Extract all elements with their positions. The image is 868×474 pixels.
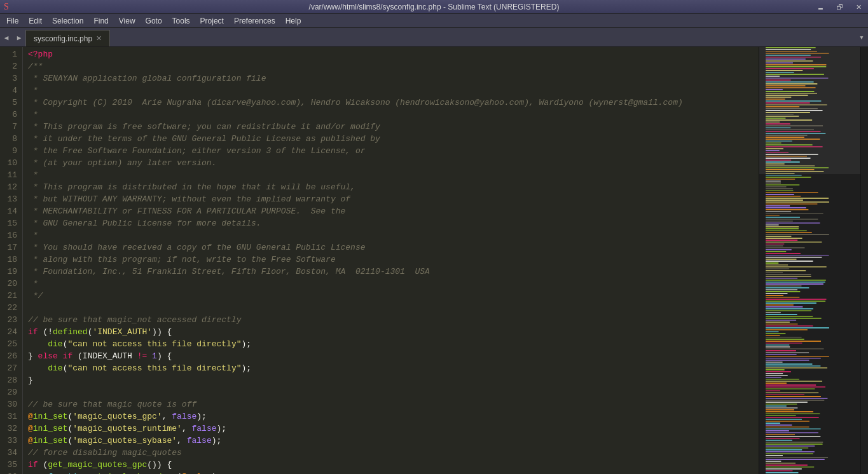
code-line: if (get_magic_quotes_gpc()) { — [28, 459, 754, 471]
line-num: 17 — [5, 241, 17, 254]
minimap[interactable] — [759, 47, 860, 474]
menu-project[interactable]: Project — [195, 14, 229, 28]
code-line: // be sure that magic quote is off — [28, 398, 754, 410]
code-line: * it under the terms of the GNU General … — [28, 133, 754, 145]
tab-label: sysconfig.inc.php — [34, 34, 92, 43]
menu-selection[interactable]: Selection — [47, 14, 88, 28]
code-line: * MERCHANTABILITY or FITNESS FOR A PARTI… — [28, 205, 754, 217]
line-num: 18 — [5, 254, 17, 266]
line-num: 31 — [5, 410, 17, 423]
menu-preferences[interactable]: Preferences — [229, 14, 280, 28]
line-num: 32 — [5, 423, 17, 435]
line-num: 14 — [5, 205, 17, 217]
line-num: 19 — [5, 266, 17, 278]
line-num: 8 — [5, 133, 17, 145]
code-line: if (!defined('INDEX_AUTH')) { — [28, 326, 754, 338]
line-num: 25 — [5, 338, 17, 350]
code-line: } — [28, 374, 754, 386]
code-line: <?php — [28, 48, 754, 60]
line-num: 13 — [5, 193, 17, 205]
line-num: 1 — [5, 48, 17, 60]
code-line: * the Free Software Foundation; either v… — [28, 145, 754, 157]
code-line: // force disabling magic_quotes — [28, 447, 754, 459]
close-button[interactable]: ✕ — [849, 0, 868, 14]
window-title: /var/www/html/slims8/sysconfig.inc.php -… — [309, 3, 560, 11]
line-numbers: 1 2 3 4 5 6 7 8 9 10 11 12 13 14 15 16 1… — [0, 47, 23, 474]
code-line: * This program is free software; you can… — [28, 121, 754, 133]
tab-close-icon[interactable]: ✕ — [96, 34, 102, 43]
tab-nav-right[interactable]: ▶ — [13, 28, 25, 47]
line-num: 9 — [5, 145, 17, 157]
line-num: 16 — [5, 229, 17, 241]
code-line: // be sure that magic_not accessed direc… — [28, 314, 754, 326]
line-num: 21 — [5, 290, 17, 302]
line-num: 10 — [5, 157, 17, 169]
title-bar: S /var/www/html/slims8/sysconfig.inc.php… — [0, 0, 868, 14]
code-line: */ — [28, 290, 754, 302]
code-line: * — [28, 278, 754, 290]
code-line: * but WITHOUT ANY WARRANTY; without even… — [28, 193, 754, 205]
code-line: function stripslashes_deep($value) — [28, 471, 754, 474]
code-editor[interactable]: <?php /** * SENAYAN application global c… — [23, 47, 759, 474]
tab-nav-left[interactable]: ◀ — [0, 28, 13, 47]
code-line: /** — [28, 60, 754, 72]
menu-help[interactable]: Help — [280, 14, 307, 28]
code-line: @ini_set('magic_quotes_gpc', false); — [28, 410, 754, 423]
line-num: 12 — [5, 181, 17, 193]
line-num: 7 — [5, 121, 17, 133]
code-line: * Foundation, Inc., 51 Franklin Street, … — [28, 266, 754, 278]
code-line: * — [28, 85, 754, 97]
menu-file[interactable]: File — [1, 14, 24, 28]
menu-goto[interactable]: Goto — [141, 14, 167, 28]
menu-tools[interactable]: Tools — [167, 14, 195, 28]
minimap-canvas — [759, 47, 860, 474]
menu-edit[interactable]: Edit — [24, 14, 47, 28]
line-num: 15 — [5, 217, 17, 229]
line-num: 2 — [5, 60, 17, 72]
minimize-button[interactable]: 🗕 — [811, 0, 830, 14]
code-line: * (at your option) any later version. — [28, 157, 754, 169]
line-num: 30 — [5, 398, 17, 410]
menu-view[interactable]: View — [114, 14, 141, 28]
menu-bar: File Edit Selection Find View Goto Tools… — [0, 14, 868, 28]
line-num: 27 — [5, 362, 17, 374]
code-line: * — [28, 229, 754, 241]
code-line: * — [28, 169, 754, 181]
code-line: * — [28, 109, 754, 121]
line-num: 22 — [5, 302, 17, 314]
line-num: 4 — [5, 85, 17, 97]
app-icon: S — [4, 2, 14, 12]
code-line — [28, 386, 754, 398]
line-num: 28 — [5, 374, 17, 386]
line-num: 6 — [5, 109, 17, 121]
code-line — [28, 302, 754, 314]
tab-dropdown[interactable]: ▾ — [855, 28, 868, 47]
vertical-scrollbar[interactable] — [860, 47, 868, 474]
line-num: 3 — [5, 72, 17, 85]
code-line: * SENAYAN application global configurati… — [28, 72, 754, 85]
restore-button[interactable]: 🗗 — [830, 0, 849, 14]
line-num: 26 — [5, 350, 17, 362]
code-line: * This program is distributed in the hop… — [28, 181, 754, 193]
line-num: 24 — [5, 326, 17, 338]
editor-container: 1 2 3 4 5 6 7 8 9 10 11 12 13 14 15 16 1… — [0, 47, 868, 474]
line-num: 35 — [5, 459, 17, 471]
line-num: 20 — [5, 278, 17, 290]
code-line: @ini_set('magic_quotes_runtime', false); — [28, 423, 754, 435]
tab-bar: ◀ ▶ sysconfig.inc.php ✕ ▾ — [0, 28, 868, 47]
line-num: 29 — [5, 386, 17, 398]
code-line: } else if (INDEX_AUTH != 1) { — [28, 350, 754, 362]
menu-find[interactable]: Find — [88, 14, 113, 28]
code-line: * You should have received a copy of the… — [28, 241, 754, 254]
code-line: die("can not access this file directly")… — [28, 362, 754, 374]
line-num: 5 — [5, 97, 17, 109]
line-num: 23 — [5, 314, 17, 326]
line-num: 34 — [5, 447, 17, 459]
code-line: @ini_set('magic_quotes_sybase', false); — [28, 435, 754, 447]
code-line: * GNU General Public License for more de… — [28, 217, 754, 229]
tab-sysconfig[interactable]: sysconfig.inc.php ✕ — [25, 30, 110, 46]
code-line: * along with this program; if not, write… — [28, 254, 754, 266]
line-num: 33 — [5, 435, 17, 447]
code-line: die("can not access this file directly")… — [28, 338, 754, 350]
line-num: 36 — [5, 471, 17, 474]
